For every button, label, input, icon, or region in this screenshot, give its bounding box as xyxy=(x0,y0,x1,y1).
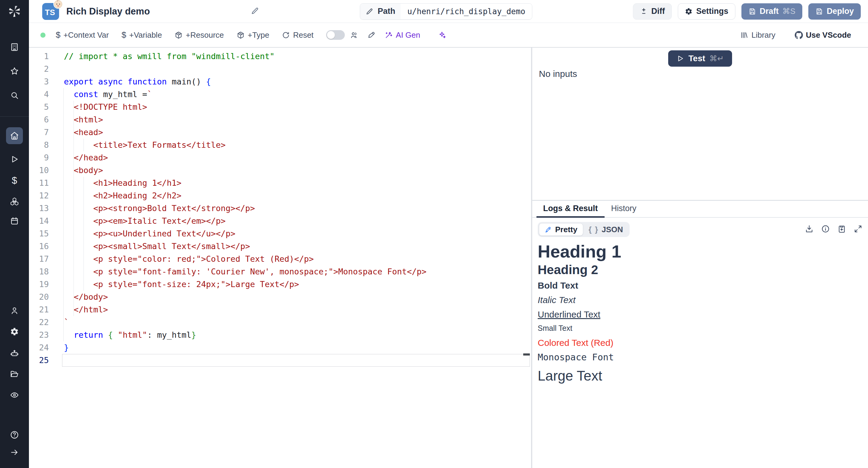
reset-button[interactable]: Reset xyxy=(282,30,313,40)
result-actions xyxy=(805,224,863,234)
sidebar-item-home[interactable] xyxy=(6,127,23,144)
help-circle-icon xyxy=(10,430,19,439)
code-token: } xyxy=(191,330,196,340)
result-line-large: Large Text xyxy=(538,368,863,384)
reset-icon xyxy=(282,31,290,39)
library-button[interactable]: Library xyxy=(740,30,775,40)
sidebar-item-users[interactable] xyxy=(7,303,22,318)
add-context-var-button[interactable]: $ +Context Var xyxy=(56,30,109,40)
code-token: "html" xyxy=(118,330,147,340)
sidebar-item-search[interactable] xyxy=(7,88,22,103)
add-type-button[interactable]: +Type xyxy=(237,30,270,40)
content-row: 1234567891011121314151617181920212223242… xyxy=(29,48,868,468)
sidebar-item-folders[interactable] xyxy=(7,367,22,381)
sync-status-dot xyxy=(40,33,45,38)
copy-result-button[interactable] xyxy=(837,224,846,234)
use-vscode-button[interactable]: Use VScode xyxy=(795,30,851,40)
sidebar-item-resources[interactable] xyxy=(7,194,22,209)
code-token: ` xyxy=(147,90,152,99)
code-token: () xyxy=(191,77,206,86)
code-line[interactable] xyxy=(29,354,523,367)
code-line[interactable]: <h2>Heading 2</h2> xyxy=(29,189,523,202)
code-line[interactable]: <html> xyxy=(29,113,523,126)
code-line[interactable]: <h1>Heading 1</h1> xyxy=(29,177,523,189)
code-line[interactable]: // import * as wmill from "windmill-clie… xyxy=(29,50,523,63)
line-number: 13 xyxy=(29,202,49,215)
test-button[interactable]: Test ⌘↵ xyxy=(668,50,732,67)
sidebar-item-favorites[interactable] xyxy=(7,64,22,79)
save-icon xyxy=(815,7,823,16)
draft-shortcut: ⌘S xyxy=(782,7,795,16)
sidebar-item-audit-logs[interactable] xyxy=(7,388,22,402)
format-code-button[interactable] xyxy=(367,31,375,39)
gear-icon xyxy=(685,7,692,16)
result-line-underline: Underlined Text xyxy=(538,310,863,320)
code-line[interactable]: <p><u>Underlined Text</u></p> xyxy=(29,227,523,240)
json-view-button[interactable]: { } JSON xyxy=(583,223,628,236)
pretty-view-button[interactable]: Pretty xyxy=(539,223,583,236)
code-line[interactable]: <p style="font-size: 24px;">Large Text</… xyxy=(29,278,523,291)
code-line[interactable]: </head> xyxy=(29,151,523,164)
code-line[interactable]: <p><strong>Bold Text</strong></p> xyxy=(29,202,523,215)
script-path-control[interactable]: Path u/henri/rich_display_demo xyxy=(360,3,532,20)
deploy-button[interactable]: Deploy xyxy=(808,3,861,20)
multiplayer-button[interactable] xyxy=(350,31,358,39)
code-line[interactable]: <p style="font-family: 'Courier New', mo… xyxy=(29,265,523,278)
add-resource-button[interactable]: +Resource xyxy=(175,30,224,40)
result-line-bold: Bold Text xyxy=(538,281,863,291)
code-line[interactable] xyxy=(29,63,523,76)
sidebar-item-workspace[interactable] xyxy=(7,40,22,54)
tab-history[interactable]: History xyxy=(604,201,643,218)
windmill-logo[interactable] xyxy=(0,0,29,23)
code-line[interactable]: <!DOCTYPE html> xyxy=(29,101,523,113)
download-result-button[interactable] xyxy=(805,224,814,234)
save-icon xyxy=(748,7,756,16)
folder-open-icon xyxy=(10,370,19,378)
sidebar-item-schedules[interactable] xyxy=(7,214,22,228)
info-icon xyxy=(821,224,830,233)
code-line[interactable]: </html> xyxy=(29,303,523,316)
ai-sparkles-button[interactable] xyxy=(438,31,446,39)
code-line[interactable]: </body> xyxy=(29,291,523,303)
windmill-pinwheel-icon xyxy=(7,4,22,19)
code-token: </head> xyxy=(64,153,108,162)
code-token: <body> xyxy=(64,166,103,175)
diff-mode-toggle[interactable] xyxy=(326,30,345,40)
add-variable-button[interactable]: $ +Variable xyxy=(121,30,162,40)
code-line[interactable]: const my_html =` xyxy=(29,88,523,101)
code-line[interactable]: export async function main() { xyxy=(29,76,523,88)
sidebar-item-workers[interactable] xyxy=(7,346,22,361)
result-tabs: Logs & Result History xyxy=(532,201,868,218)
line-number: 4 xyxy=(29,88,49,101)
sidebar-item-help[interactable] xyxy=(7,428,22,442)
settings-button[interactable]: Settings xyxy=(678,3,735,20)
code-line[interactable]: <title>Text Formats</title> xyxy=(29,139,523,151)
expand-result-button[interactable] xyxy=(854,224,863,234)
toolbar-right: Library Use VScode xyxy=(740,30,868,40)
code-line[interactable]: <head> xyxy=(29,126,523,139)
code-line[interactable]: } xyxy=(29,341,523,354)
arrow-right-icon xyxy=(10,448,19,457)
code-token: <p><small>Small Text</small></p> xyxy=(64,241,250,251)
code-line[interactable]: ` xyxy=(29,316,523,329)
code-line[interactable]: <p><em>Italic Text</em></p> xyxy=(29,215,523,227)
sidebar-collapse-button[interactable] xyxy=(7,445,22,460)
edit-summary-button[interactable] xyxy=(251,7,259,16)
sidebar-item-runs[interactable] xyxy=(7,152,22,167)
code-line[interactable]: <p><small>Small Text</small></p> xyxy=(29,240,523,253)
code-line[interactable]: <body> xyxy=(29,164,523,177)
right-panel: Test ⌘↵ No inputs Logs & Result History xyxy=(532,48,868,468)
diff-button[interactable]: Diff xyxy=(633,3,672,20)
sidebar-item-variables[interactable]: $ xyxy=(7,173,22,187)
code-token: <html> xyxy=(64,115,103,124)
ai-gen-button[interactable]: AI Gen xyxy=(384,30,420,40)
result-info-button[interactable] xyxy=(821,224,830,234)
code-line[interactable]: <p style="color: red;">Colored Text (Red… xyxy=(29,253,523,265)
code-editor[interactable]: 1234567891011121314151617181920212223242… xyxy=(29,48,531,468)
sidebar-item-settings[interactable] xyxy=(7,324,22,339)
clipboard-icon xyxy=(837,224,846,233)
tab-logs-result[interactable]: Logs & Result xyxy=(536,201,604,218)
draft-button[interactable]: Draft ⌘S xyxy=(741,3,802,20)
settings-label: Settings xyxy=(696,7,728,16)
code-line[interactable]: return { "html": my_html} xyxy=(29,329,523,341)
